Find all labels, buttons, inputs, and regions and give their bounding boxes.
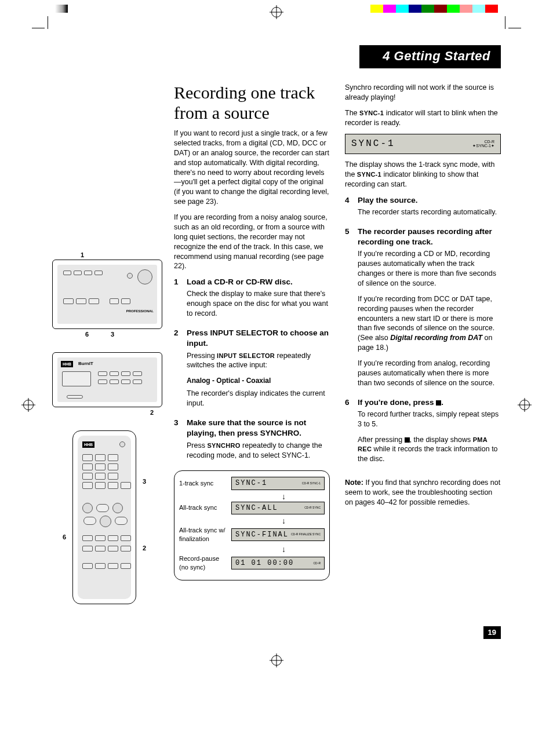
registration-mark-icon bbox=[271, 655, 282, 666]
intro-paragraph-2: If you are recording from a noisy analog… bbox=[174, 213, 330, 271]
step-5: 5 The recorder pauses recording after re… bbox=[345, 227, 501, 394]
step-4: 4 Play the source. The recorder starts r… bbox=[345, 195, 501, 223]
step-1: 1 Load a CD-R or CD-RW disc. Check the d… bbox=[174, 277, 330, 324]
stop-icon bbox=[436, 400, 441, 406]
lcd-display-sync1: SYNC-1 CD-R✦SYNC-1✦ bbox=[345, 134, 501, 155]
registration-mark-icon bbox=[519, 400, 530, 410]
figure-remote: HHB bbox=[72, 430, 136, 604]
arrow-down-icon: ↓ bbox=[243, 517, 325, 525]
page-number: 19 bbox=[483, 626, 501, 639]
arrow-down-icon: ↓ bbox=[243, 492, 325, 501]
step-2: 2 Press INPUT SELECTOR to choose an inpu… bbox=[174, 328, 330, 414]
figure-top-panel: HHB BurnIT 2 bbox=[52, 352, 162, 407]
page-title: Recording one track from a source bbox=[174, 83, 330, 123]
stop-icon bbox=[405, 437, 410, 443]
step-3: 3 Make sure that the source is not playi… bbox=[174, 418, 330, 466]
step-6: 6 If you're done, press . To record furt… bbox=[345, 397, 501, 470]
chapter-tab: 4 Getting Started bbox=[359, 45, 501, 68]
column-left: Recording one track from a source If you… bbox=[174, 83, 330, 627]
registration-mark-icon bbox=[23, 400, 34, 410]
arrow-down-icon: ↓ bbox=[243, 545, 325, 553]
intro-paragraph-1: If you want to record just a single trac… bbox=[174, 129, 330, 207]
sync-mode-table: 1-track sync SYNC-1CD-R SYNC-1 ↓ All-tra… bbox=[174, 470, 330, 580]
figure-sidebar: PROFESSIONAL 1 6 3 HHB BurnIT bbox=[52, 45, 162, 627]
registration-mark-icon bbox=[271, 7, 282, 17]
column-right: Synchro recording will not work if the s… bbox=[345, 83, 501, 627]
printer-marks-top bbox=[0, 0, 553, 28]
figure-front-panel: PROFESSIONAL 1 6 3 bbox=[52, 260, 162, 329]
